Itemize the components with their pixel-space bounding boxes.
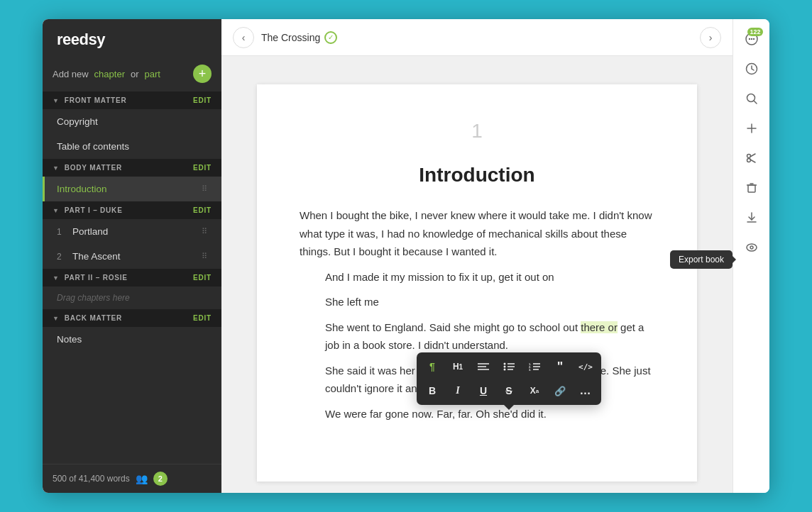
comment-count-badge: 122 bbox=[747, 28, 762, 36]
sidebar-item-introduction[interactable]: Introduction ⠿ bbox=[43, 177, 221, 201]
svg-text:3.: 3. bbox=[529, 368, 531, 371]
right-sidebar: 122 Export book bbox=[733, 19, 769, 493]
back-matter-edit[interactable]: EDIT bbox=[193, 314, 212, 322]
back-matter-section: ▼ BACK MATTER EDIT bbox=[43, 309, 221, 327]
chevron-icon: ▼ bbox=[53, 207, 60, 214]
toolbar-h1-btn[interactable]: H1 bbox=[446, 355, 470, 378]
chevron-icon: ▼ bbox=[53, 315, 60, 322]
check-icon: ✓ bbox=[324, 31, 337, 44]
chapter-title-text: The Crossing bbox=[261, 32, 320, 43]
svg-point-32 bbox=[747, 244, 757, 251]
drag-handle-icon: ⠿ bbox=[202, 227, 207, 236]
drag-placeholder: Drag chapters here bbox=[43, 286, 221, 309]
paragraph-4-indent: She went to England. Said she might go t… bbox=[300, 318, 654, 355]
word-count: 500 of 41,400 words bbox=[53, 474, 130, 484]
chevron-icon: ▼ bbox=[53, 165, 60, 172]
part2-label: PART II – Rosie bbox=[65, 274, 128, 282]
sidebar-item-ascent[interactable]: 2 The Ascent ⠿ bbox=[43, 244, 221, 269]
add-button[interactable]: + bbox=[193, 65, 212, 83]
highlight-text: there or bbox=[581, 321, 618, 333]
preview-icon[interactable] bbox=[739, 235, 764, 260]
part2-edit[interactable]: EDIT bbox=[193, 274, 212, 282]
main-area: ‹ The Crossing ✓ › 1 Introduction When I… bbox=[221, 19, 733, 493]
add-chapter-link[interactable]: chapter bbox=[94, 69, 125, 79]
floating-toolbar: ¶ H1 1.2.3. " </> bbox=[417, 352, 601, 405]
toolbar-more-btn[interactable]: … bbox=[574, 379, 598, 402]
part1-edit[interactable]: EDIT bbox=[193, 206, 212, 214]
add-new-row: Add new chapter or part + bbox=[43, 59, 221, 91]
part1-section: ▼ PART I – Duke EDIT bbox=[43, 201, 221, 219]
top-bar: ‹ The Crossing ✓ › bbox=[221, 19, 733, 56]
add-icon[interactable] bbox=[739, 116, 764, 141]
sidebar-item-portland[interactable]: 1 Portland ⠿ bbox=[43, 219, 221, 244]
toolbar-superscript-btn[interactable]: Xa bbox=[522, 379, 547, 402]
svg-point-18 bbox=[752, 38, 754, 40]
export-icon[interactable] bbox=[739, 205, 764, 230]
back-matter-label: BACK MATTER bbox=[65, 314, 122, 322]
part1-label: PART I – Duke bbox=[65, 206, 123, 214]
sidebar: reedsy Add new chapter or part + ▼ FRONT… bbox=[43, 19, 221, 493]
toolbar-italic-btn[interactable]: I bbox=[446, 379, 470, 402]
toolbar-bold-btn[interactable]: B bbox=[420, 379, 444, 402]
toolbar-paragraph-btn[interactable]: ¶ bbox=[420, 355, 444, 378]
paragraph-6-indent: We were far gone now. Far, far. Oh she'd… bbox=[300, 405, 654, 423]
copyright-label: Copyright bbox=[57, 116, 98, 127]
toolbar-ul-btn[interactable] bbox=[497, 355, 521, 378]
add-new-label: Add new bbox=[53, 69, 89, 79]
back-arrow[interactable]: ‹ bbox=[233, 27, 254, 48]
toolbar-ol-btn[interactable]: 1.2.3. bbox=[522, 355, 547, 378]
svg-line-21 bbox=[754, 101, 757, 104]
body-matter-edit[interactable]: EDIT bbox=[193, 164, 212, 172]
item-num: 2 bbox=[57, 252, 67, 262]
toolbar-row-1: ¶ H1 1.2.3. " </> bbox=[420, 355, 598, 378]
scissors-icon[interactable] bbox=[739, 145, 764, 171]
svg-point-7 bbox=[504, 369, 506, 371]
paragraph-2: And I made it my mission to fix it up, g… bbox=[300, 268, 654, 286]
trash-icon[interactable] bbox=[739, 175, 764, 201]
svg-point-24 bbox=[747, 155, 750, 158]
chapter-title: The Crossing ✓ bbox=[261, 31, 337, 44]
collaborators-badge: 2 bbox=[153, 472, 168, 486]
toolbar-underline-btn[interactable]: U bbox=[471, 379, 495, 402]
toolbar-quote-btn[interactable]: " bbox=[548, 355, 572, 378]
svg-point-5 bbox=[504, 366, 506, 368]
paragraph-1: When I bought the bike, I never knew whe… bbox=[300, 206, 654, 261]
editor-page[interactable]: 1 Introduction When I bought the bike, I… bbox=[257, 84, 697, 482]
sidebar-item-toc[interactable]: Table of contents bbox=[43, 134, 221, 159]
drag-handle-icon: ⠿ bbox=[202, 184, 207, 194]
front-matter-section: ▼ FRONT MATTER EDIT bbox=[43, 91, 221, 109]
part2-section: ▼ PART II – Rosie EDIT bbox=[43, 269, 221, 286]
next-arrow[interactable]: › bbox=[700, 27, 721, 48]
svg-point-16 bbox=[748, 38, 750, 40]
toolbar-align-btn[interactable] bbox=[471, 355, 495, 378]
item-num: 1 bbox=[57, 227, 67, 237]
front-matter-edit[interactable]: EDIT bbox=[193, 96, 212, 104]
portland-label: Portland bbox=[72, 226, 108, 237]
sidebar-item-notes[interactable]: Notes bbox=[43, 327, 221, 352]
toolbar-link-btn[interactable]: 🔗 bbox=[548, 379, 572, 402]
paragraph-4: She went to England. Said she might go t… bbox=[300, 318, 654, 355]
svg-point-25 bbox=[747, 159, 750, 162]
toc-label: Table of contents bbox=[57, 141, 129, 152]
chevron-icon: ▼ bbox=[53, 97, 60, 104]
svg-rect-28 bbox=[748, 185, 755, 192]
svg-point-3 bbox=[504, 363, 506, 365]
svg-point-17 bbox=[750, 38, 752, 40]
chapter-heading: Introduction bbox=[300, 164, 654, 187]
add-or-text: or bbox=[131, 69, 139, 79]
toolbar-arrow bbox=[504, 405, 514, 410]
sidebar-item-copyright[interactable]: Copyright bbox=[43, 109, 221, 134]
body-matter-label: BODY MATTER bbox=[65, 164, 122, 172]
sidebar-footer: 500 of 41,400 words 👥 2 bbox=[43, 464, 221, 493]
comments-icon[interactable]: 122 bbox=[739, 26, 764, 52]
toolbar-strikethrough-btn[interactable]: S bbox=[497, 379, 521, 402]
ascent-label: The Ascent bbox=[72, 251, 121, 262]
toolbar-code-btn[interactable]: </> bbox=[574, 355, 598, 378]
history-icon[interactable] bbox=[739, 56, 764, 82]
paragraph-3-indent: She left me bbox=[300, 293, 654, 311]
collaborators-icon[interactable]: 👥 bbox=[136, 473, 148, 484]
toolbar-row-2: B I U S Xa 🔗 … bbox=[420, 379, 598, 402]
introduction-label: Introduction bbox=[57, 184, 107, 194]
add-part-link[interactable]: part bbox=[145, 69, 160, 79]
search-icon[interactable] bbox=[739, 86, 764, 111]
